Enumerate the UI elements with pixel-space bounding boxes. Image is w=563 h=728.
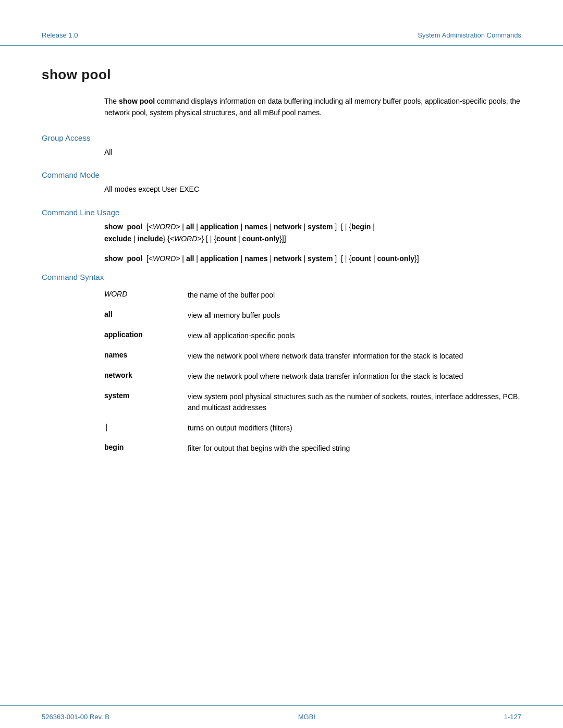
syntax-row: systemview system pool physical structur… [104,391,521,413]
command-usage-line1: show pool [<WORD> | all | application | … [104,221,521,246]
intro-paragraph: The show pool command displays informati… [104,95,521,119]
syntax-term: system [104,391,188,400]
syntax-term: application [104,330,188,339]
syntax-table: WORDthe name of the buffer poolallview a… [104,290,521,454]
page-title: show pool [42,67,521,83]
header-title: System Administration Commands [418,31,521,39]
footer-brand: MGBI [298,713,315,721]
syntax-row: beginfilter for output that begins with … [104,443,521,454]
syntax-term: begin [104,443,188,451]
page-footer: 526363-001-00 Rev. B MGBI 1-127 [0,705,563,728]
syntax-desc: view system pool physical structures suc… [188,391,521,413]
command-usage-line2: show pool [<WORD> | all | application | … [104,253,521,265]
syntax-term: network [104,371,188,379]
footer-page-number: 1-127 [504,713,521,721]
footer-doc-number: 526363-001-00 Rev. B [42,713,109,721]
group-access-content: All [104,146,521,158]
syntax-desc: filter for output that begins with the s… [188,443,521,454]
intro-text-before: The [104,97,119,105]
page: Release 1.0 System Administration Comman… [0,0,563,728]
syntax-term: all [104,310,188,318]
main-content: show pool The show pool command displays… [0,46,563,705]
intro-bold: show pool [119,97,155,105]
syntax-row: WORDthe name of the buffer pool [104,290,521,301]
page-header: Release 1.0 System Administration Comman… [0,0,563,46]
group-access-heading: Group Access [42,133,521,142]
syntax-row: networkview the network pool where netwo… [104,371,521,382]
syntax-desc: view the network pool where network data… [188,371,521,382]
syntax-term: WORD [104,290,188,298]
syntax-term: names [104,351,188,359]
syntax-row: allview all memory buffer pools [104,310,521,321]
header-release: Release 1.0 [42,31,78,39]
command-mode-heading: Command Mode [42,170,521,179]
intro-text-after: command displays information on data buf… [104,97,520,117]
command-syntax-heading: Command Syntax [42,273,521,281]
command-mode-content: All modes except User EXEC [104,183,521,195]
section-command-syntax: Command Syntax WORDthe name of the buffe… [42,273,521,454]
syntax-row: applicationview all application-specific… [104,330,521,341]
syntax-row: namesview the network pool where network… [104,351,521,362]
syntax-desc: the name of the buffer pool [188,290,521,301]
section-command-line-usage: Command Line Usage show pool [<WORD> | a… [42,208,521,265]
syntax-desc: view all memory buffer pools [188,310,521,321]
section-group-access: Group Access All [42,133,521,158]
syntax-term: | [104,423,188,431]
syntax-desc: view all application-specific pools [188,330,521,341]
section-command-mode: Command Mode All modes except User EXEC [42,170,521,195]
syntax-desc: view the network pool where network data… [188,351,521,362]
command-line-usage-heading: Command Line Usage [42,208,521,217]
syntax-row: |turns on output modifiers (filters) [104,423,521,434]
syntax-desc: turns on output modifiers (filters) [188,423,521,434]
